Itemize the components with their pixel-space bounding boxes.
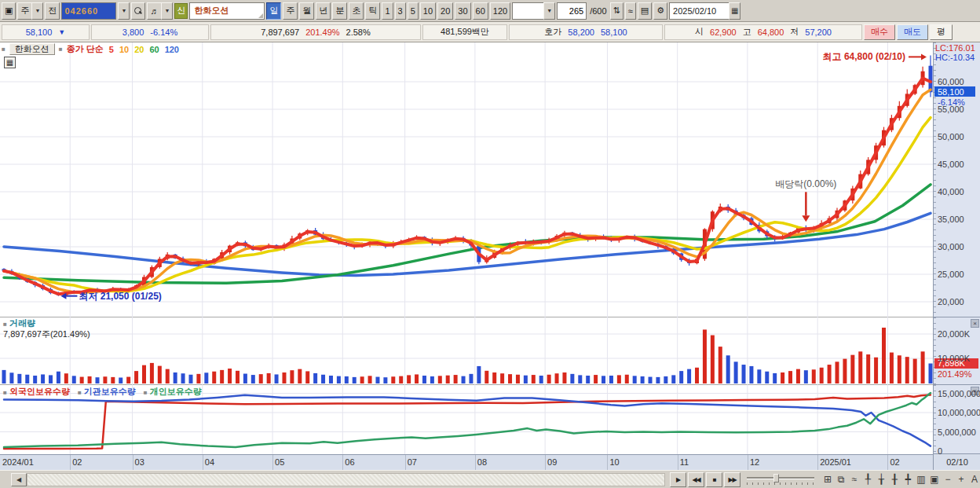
- date-axis-separator: [817, 455, 818, 471]
- zoom-out-icon[interactable]: −: [942, 473, 953, 486]
- frame-link-combo[interactable]: 주 ▼: [17, 2, 43, 20]
- legend-marker-icon: ■: [144, 389, 148, 396]
- tab-period-year[interactable]: 년: [316, 2, 331, 20]
- date-label: 11: [680, 457, 689, 467]
- close-volume-pane-icon[interactable]: ×: [971, 319, 979, 328]
- indicator-icon[interactable]: ▥: [916, 473, 927, 486]
- legend-foreign-holdings: 외국인보유수량: [9, 387, 70, 396]
- speed-slider[interactable]: [747, 472, 814, 487]
- save-button[interactable]: ▤: [638, 2, 652, 20]
- scroll-left-button[interactable]: ◀: [11, 473, 27, 486]
- play-button[interactable]: ▶: [670, 472, 686, 487]
- tab-period-day[interactable]: 일: [266, 2, 281, 20]
- last-date-cell: 02/10: [934, 454, 980, 470]
- interval-5-button[interactable]: 5: [408, 2, 419, 20]
- interval-3-button[interactable]: 3: [395, 2, 406, 20]
- search-button[interactable]: [131, 2, 145, 20]
- chart-scrollbar[interactable]: [27, 473, 665, 486]
- interval-10-button[interactable]: 10: [420, 2, 436, 20]
- chevron-down-icon[interactable]: ▼: [543, 2, 555, 20]
- volume-tick-label: 10,000K: [938, 354, 970, 363]
- volume-pane[interactable]: ■ 거래량 7,897,697주(201.49%): [0, 317, 933, 385]
- rewind-button[interactable]: ◀◀: [688, 472, 704, 487]
- zoom-in-icon[interactable]: +: [956, 473, 967, 486]
- stock-code-input[interactable]: [61, 2, 116, 20]
- grid-tool-button[interactable]: ▦: [4, 57, 16, 68]
- tab-period-tick[interactable]: 틱: [365, 2, 380, 20]
- hc-value: HC:-10.34: [935, 53, 975, 62]
- chevron-down-icon[interactable]: ▼: [31, 2, 43, 20]
- interval-20-button[interactable]: 20: [437, 2, 453, 20]
- change-cell: 3,800 -6.14%: [91, 24, 209, 40]
- price-chart-pane[interactable]: 최고 64,800 (02/10)최저 21,050 (01/25)배당락(0.…: [0, 42, 933, 317]
- date-label: 07: [408, 457, 417, 467]
- code-dropdown-icon[interactable]: ▼: [118, 2, 130, 20]
- date-axis-separator: [748, 455, 748, 471]
- tab-period-month[interactable]: 월: [299, 2, 314, 20]
- sound-combo[interactable]: ♬ ▼: [147, 2, 173, 20]
- holdings-pane[interactable]: ■ 외국인보유수량 ■ 기관보유수량 ■ 개인보유수량: [0, 385, 933, 454]
- date-label: 04: [205, 457, 214, 467]
- snapshot-icon[interactable]: ▣: [929, 473, 940, 486]
- font-size-icon[interactable]: A: [969, 473, 980, 486]
- trendline-tool-icon[interactable]: ≈: [849, 473, 860, 486]
- interval-select[interactable]: ▼: [512, 2, 555, 20]
- last-date-label: 02/10: [946, 457, 968, 467]
- tab-period-week[interactable]: 주: [283, 2, 298, 20]
- chart-grid-icon[interactable]: ⊞: [822, 473, 833, 486]
- prev-stock-button[interactable]: 전: [45, 2, 60, 20]
- low-price: 57,200: [805, 28, 832, 37]
- low-label: 저: [790, 26, 799, 38]
- interval-60-button[interactable]: 60: [473, 2, 488, 20]
- playback-controls: ▶ ◀◀ ■ ▶▶: [670, 472, 740, 487]
- date-axis-separator: [678, 455, 678, 471]
- fast-forward-button[interactable]: ▶▶: [724, 472, 740, 487]
- date-field[interactable]: 2025/02/10 ▦: [669, 2, 740, 20]
- bar-count-input[interactable]: [557, 2, 587, 20]
- price-tick-label: 35,000: [938, 215, 964, 224]
- chart-tab[interactable]: 한화오션: [9, 43, 55, 55]
- price-axis: LC:176.01 HC:-10.34 58,100 -6.14% 20,000…: [934, 42, 980, 317]
- axis-minor-ticks: [934, 42, 936, 317]
- calendar-icon[interactable]: ▦: [729, 2, 740, 20]
- date-axis-separator: [475, 455, 476, 471]
- trendline-add-button[interactable]: ≈: [625, 2, 636, 20]
- bar-total-label: /600: [588, 6, 608, 16]
- price-tick-label: 30,000: [938, 242, 964, 251]
- stop-button[interactable]: ■: [706, 472, 722, 487]
- slider-track: [747, 477, 814, 479]
- interval-120-button[interactable]: 120: [490, 2, 510, 20]
- date-axis-separator: [203, 455, 203, 471]
- price-tick-label: 50,000: [938, 132, 964, 141]
- settings-button[interactable]: ⚙: [653, 2, 667, 20]
- bar-style-line-icon[interactable]: ╂: [889, 473, 900, 486]
- bar-style-ohlc-icon[interactable]: ╁: [876, 473, 887, 486]
- avg-button[interactable]: 평: [930, 24, 953, 40]
- candlestick-chart[interactable]: 최고 64,800 (02/10)최저 21,050 (01/25)배당락(0.…: [0, 42, 933, 317]
- overlay-chart-icon[interactable]: ⧉: [836, 473, 847, 486]
- stock-name-field[interactable]: 한화오션: [189, 2, 265, 20]
- interval-30-button[interactable]: 30: [455, 2, 470, 20]
- candle-adjust-button[interactable]: ⇅: [610, 2, 623, 20]
- date-axis-separator: [607, 455, 608, 471]
- tab-period-minute[interactable]: 분: [332, 2, 347, 20]
- slider-thumb[interactable]: [773, 474, 779, 482]
- interval-1-button[interactable]: 1: [382, 2, 393, 20]
- bar-style-area-icon[interactable]: ╇: [902, 473, 913, 486]
- date-label: 09: [547, 457, 557, 467]
- price-tick-label: 25,000: [938, 270, 964, 279]
- date-label: 12: [750, 457, 759, 467]
- legend-marker-icon: ■: [78, 389, 82, 396]
- tab-period-second[interactable]: 초: [349, 2, 364, 20]
- sell-button[interactable]: 매도: [897, 24, 928, 40]
- date-label: 06: [345, 457, 354, 467]
- lc-value: LC:176.01: [935, 43, 975, 53]
- chevron-down-icon[interactable]: ▼: [161, 2, 173, 20]
- bar-style-candle-icon[interactable]: ╀: [862, 473, 873, 486]
- volume-chart[interactable]: [0, 317, 933, 385]
- buy-button[interactable]: 매수: [864, 24, 895, 40]
- current-price-badge: 58,100: [934, 86, 975, 97]
- legend-ma20: 20: [134, 45, 144, 54]
- svg-text:배당락(0.00%): 배당락(0.00%): [775, 178, 836, 189]
- window-layout-button[interactable]: ▣: [2, 2, 16, 20]
